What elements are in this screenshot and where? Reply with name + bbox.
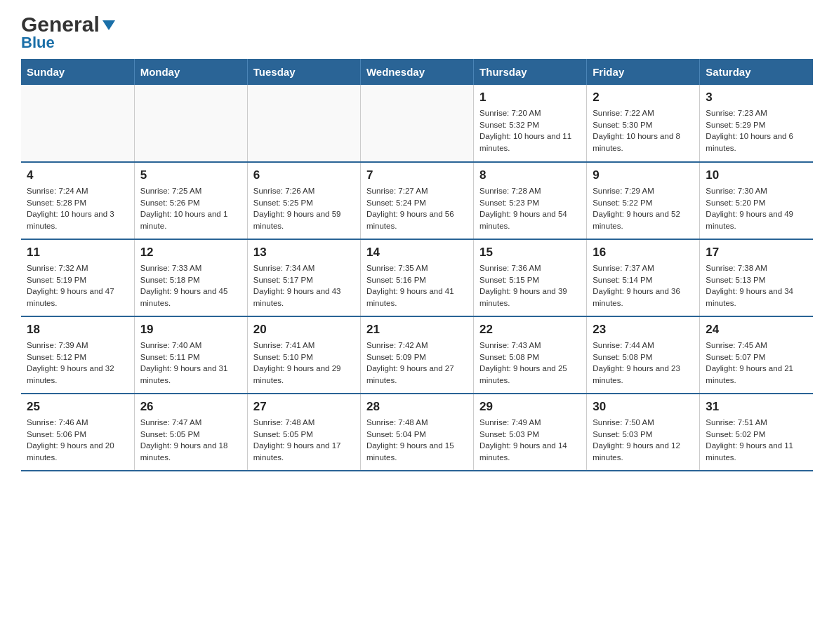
weekday-header-thursday: Thursday <box>474 59 587 85</box>
day-number: 1 <box>479 90 581 105</box>
day-number: 12 <box>140 246 241 260</box>
day-number: 24 <box>706 323 807 337</box>
calendar-cell: 10Sunrise: 7:30 AM Sunset: 5:20 PM Dayli… <box>700 162 813 239</box>
day-number: 21 <box>366 323 468 337</box>
day-number: 6 <box>253 168 355 182</box>
calendar-cell: 31Sunrise: 7:51 AM Sunset: 5:02 PM Dayli… <box>700 394 813 471</box>
day-number: 28 <box>366 400 468 414</box>
day-info: Sunrise: 7:22 AM Sunset: 5:30 PM Dayligh… <box>593 107 694 154</box>
weekday-header-tuesday: Tuesday <box>247 59 360 85</box>
weekday-header-wednesday: Wednesday <box>360 59 473 85</box>
day-info: Sunrise: 7:20 AM Sunset: 5:32 PM Dayligh… <box>479 107 581 154</box>
day-info: Sunrise: 7:50 AM Sunset: 5:03 PM Dayligh… <box>593 417 694 464</box>
logo-arrow-icon <box>101 18 117 33</box>
day-number: 31 <box>706 400 807 414</box>
calendar-cell: 4Sunrise: 7:24 AM Sunset: 5:28 PM Daylig… <box>21 162 134 239</box>
calendar-cell: 2Sunrise: 7:22 AM Sunset: 5:30 PM Daylig… <box>587 85 700 162</box>
calendar-cell: 17Sunrise: 7:38 AM Sunset: 5:13 PM Dayli… <box>700 239 813 316</box>
day-info: Sunrise: 7:47 AM Sunset: 5:05 PM Dayligh… <box>140 417 241 464</box>
calendar-cell: 11Sunrise: 7:32 AM Sunset: 5:19 PM Dayli… <box>21 239 134 316</box>
calendar-cell: 18Sunrise: 7:39 AM Sunset: 5:12 PM Dayli… <box>21 316 134 394</box>
day-info: Sunrise: 7:42 AM Sunset: 5:09 PM Dayligh… <box>366 340 468 387</box>
svg-marker-0 <box>102 20 115 30</box>
calendar-cell: 25Sunrise: 7:46 AM Sunset: 5:06 PM Dayli… <box>21 394 134 471</box>
calendar-cell: 5Sunrise: 7:25 AM Sunset: 5:26 PM Daylig… <box>134 162 247 239</box>
page-header: General Blue <box>21 14 813 52</box>
day-number: 7 <box>366 168 468 182</box>
calendar-week-row: 4Sunrise: 7:24 AM Sunset: 5:28 PM Daylig… <box>21 162 813 239</box>
day-number: 16 <box>593 246 694 260</box>
day-info: Sunrise: 7:39 AM Sunset: 5:12 PM Dayligh… <box>27 340 128 387</box>
calendar-cell: 15Sunrise: 7:36 AM Sunset: 5:15 PM Dayli… <box>474 239 587 316</box>
calendar-cell <box>21 85 134 162</box>
calendar-cell: 1Sunrise: 7:20 AM Sunset: 5:32 PM Daylig… <box>474 85 587 162</box>
day-number: 17 <box>706 246 807 260</box>
calendar-cell: 8Sunrise: 7:28 AM Sunset: 5:23 PM Daylig… <box>474 162 587 239</box>
calendar-cell: 30Sunrise: 7:50 AM Sunset: 5:03 PM Dayli… <box>587 394 700 471</box>
day-info: Sunrise: 7:24 AM Sunset: 5:28 PM Dayligh… <box>27 185 128 232</box>
weekday-header-sunday: Sunday <box>21 59 134 85</box>
day-number: 3 <box>706 90 807 105</box>
day-number: 10 <box>706 168 807 182</box>
logo-blue-text: Blue <box>21 34 55 52</box>
weekday-header-saturday: Saturday <box>700 59 813 85</box>
day-number: 8 <box>479 168 581 182</box>
day-info: Sunrise: 7:43 AM Sunset: 5:08 PM Dayligh… <box>479 340 581 387</box>
day-info: Sunrise: 7:48 AM Sunset: 5:04 PM Dayligh… <box>366 417 468 464</box>
day-info: Sunrise: 7:37 AM Sunset: 5:14 PM Dayligh… <box>593 262 694 309</box>
calendar-cell: 7Sunrise: 7:27 AM Sunset: 5:24 PM Daylig… <box>360 162 473 239</box>
calendar-table: SundayMondayTuesdayWednesdayThursdayFrid… <box>21 59 813 471</box>
day-info: Sunrise: 7:35 AM Sunset: 5:16 PM Dayligh… <box>366 262 468 309</box>
day-number: 26 <box>140 400 241 414</box>
calendar-cell: 24Sunrise: 7:45 AM Sunset: 5:07 PM Dayli… <box>700 316 813 394</box>
day-number: 30 <box>593 400 694 414</box>
calendar-cell: 28Sunrise: 7:48 AM Sunset: 5:04 PM Dayli… <box>360 394 473 471</box>
calendar-week-row: 1Sunrise: 7:20 AM Sunset: 5:32 PM Daylig… <box>21 85 813 162</box>
calendar-cell: 12Sunrise: 7:33 AM Sunset: 5:18 PM Dayli… <box>134 239 247 316</box>
day-info: Sunrise: 7:23 AM Sunset: 5:29 PM Dayligh… <box>706 107 807 154</box>
calendar-week-row: 18Sunrise: 7:39 AM Sunset: 5:12 PM Dayli… <box>21 316 813 394</box>
calendar-header-row: SundayMondayTuesdayWednesdayThursdayFrid… <box>21 59 813 85</box>
day-number: 23 <box>593 323 694 337</box>
calendar-cell <box>360 85 473 162</box>
day-info: Sunrise: 7:25 AM Sunset: 5:26 PM Dayligh… <box>140 185 241 232</box>
calendar-week-row: 11Sunrise: 7:32 AM Sunset: 5:19 PM Dayli… <box>21 239 813 316</box>
logo: General Blue <box>21 14 117 52</box>
calendar-week-row: 25Sunrise: 7:46 AM Sunset: 5:06 PM Dayli… <box>21 394 813 471</box>
calendar-cell: 13Sunrise: 7:34 AM Sunset: 5:17 PM Dayli… <box>247 239 360 316</box>
day-info: Sunrise: 7:27 AM Sunset: 5:24 PM Dayligh… <box>366 185 468 232</box>
calendar-cell <box>247 85 360 162</box>
day-number: 20 <box>253 323 355 337</box>
day-info: Sunrise: 7:49 AM Sunset: 5:03 PM Dayligh… <box>479 417 581 464</box>
day-info: Sunrise: 7:26 AM Sunset: 5:25 PM Dayligh… <box>253 185 355 232</box>
day-number: 27 <box>253 400 355 414</box>
logo-general-text: General <box>21 14 100 35</box>
day-number: 19 <box>140 323 241 337</box>
day-number: 5 <box>140 168 241 182</box>
day-number: 15 <box>479 246 581 260</box>
day-number: 4 <box>27 168 128 182</box>
calendar-cell: 3Sunrise: 7:23 AM Sunset: 5:29 PM Daylig… <box>700 85 813 162</box>
day-number: 11 <box>27 246 128 260</box>
calendar-cell: 23Sunrise: 7:44 AM Sunset: 5:08 PM Dayli… <box>587 316 700 394</box>
day-number: 13 <box>253 246 355 260</box>
day-info: Sunrise: 7:36 AM Sunset: 5:15 PM Dayligh… <box>479 262 581 309</box>
calendar-cell <box>134 85 247 162</box>
day-info: Sunrise: 7:44 AM Sunset: 5:08 PM Dayligh… <box>593 340 694 387</box>
day-info: Sunrise: 7:41 AM Sunset: 5:10 PM Dayligh… <box>253 340 355 387</box>
calendar-cell: 20Sunrise: 7:41 AM Sunset: 5:10 PM Dayli… <box>247 316 360 394</box>
day-info: Sunrise: 7:32 AM Sunset: 5:19 PM Dayligh… <box>27 262 128 309</box>
day-number: 14 <box>366 246 468 260</box>
calendar-cell: 29Sunrise: 7:49 AM Sunset: 5:03 PM Dayli… <box>474 394 587 471</box>
day-info: Sunrise: 7:28 AM Sunset: 5:23 PM Dayligh… <box>479 185 581 232</box>
day-info: Sunrise: 7:38 AM Sunset: 5:13 PM Dayligh… <box>706 262 807 309</box>
day-info: Sunrise: 7:33 AM Sunset: 5:18 PM Dayligh… <box>140 262 241 309</box>
day-info: Sunrise: 7:51 AM Sunset: 5:02 PM Dayligh… <box>706 417 807 464</box>
day-info: Sunrise: 7:46 AM Sunset: 5:06 PM Dayligh… <box>27 417 128 464</box>
day-number: 29 <box>479 400 581 414</box>
calendar-cell: 9Sunrise: 7:29 AM Sunset: 5:22 PM Daylig… <box>587 162 700 239</box>
day-number: 2 <box>593 90 694 105</box>
day-info: Sunrise: 7:29 AM Sunset: 5:22 PM Dayligh… <box>593 185 694 232</box>
calendar-cell: 21Sunrise: 7:42 AM Sunset: 5:09 PM Dayli… <box>360 316 473 394</box>
day-info: Sunrise: 7:40 AM Sunset: 5:11 PM Dayligh… <box>140 340 241 387</box>
